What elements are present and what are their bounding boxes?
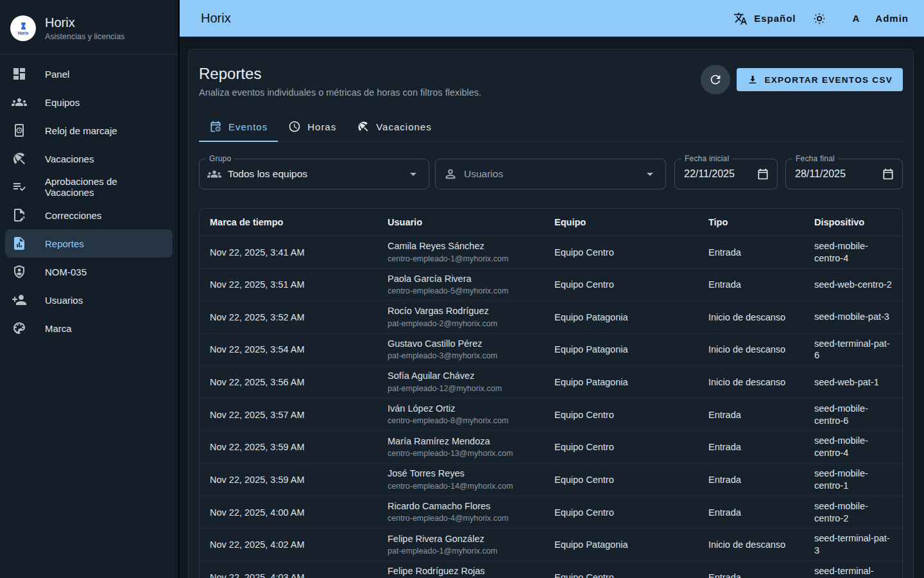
- user-email: pat-empleado-2@myhorix.com: [388, 319, 534, 329]
- events-table-container: Marca de tiempoUsuarioEquipoTipoDisposit…: [199, 208, 903, 578]
- sidebar-item-label: Marca: [45, 323, 72, 334]
- punch-clock-icon: [12, 123, 27, 138]
- user-cell: Gustavo Castillo Pérezpat-empleado-3@myh…: [377, 333, 544, 366]
- device-cell: seed-mobile-centro-1: [804, 464, 902, 496]
- beach-icon: [357, 120, 370, 133]
- tab-label: Vacaciones: [376, 121, 431, 132]
- sidebar-item-equipos[interactable]: Equipos: [0, 88, 178, 116]
- content-area: Reportes Analiza eventos individuales o …: [180, 37, 924, 578]
- export-csv-button[interactable]: EXPORTAR EVENTOS CSV: [737, 68, 903, 91]
- language-button[interactable]: Español: [733, 12, 796, 26]
- sidebar-item-usuarios[interactable]: Usuarios: [0, 286, 178, 314]
- group-select-value: Todos los equipos: [228, 168, 307, 180]
- type-cell: Entrada: [698, 561, 804, 578]
- sidebar-item-label: Equipos: [45, 97, 80, 108]
- group-select[interactable]: Grupo Todos los equipos: [199, 159, 429, 189]
- type-cell: Entrada: [698, 236, 804, 269]
- type-cell: Entrada: [698, 268, 804, 301]
- checklist-icon: [12, 179, 27, 195]
- tab-vacaciones[interactable]: Vacaciones: [346, 112, 441, 142]
- end-date-value: 28/11/2025: [795, 168, 846, 180]
- filters-bar: Grupo Todos los equipos Usuarios Fecha i…: [199, 159, 903, 189]
- end-date-label: Fecha final: [792, 154, 838, 163]
- language-label: Español: [754, 13, 796, 24]
- type-cell: Inicio de descanso: [698, 529, 804, 561]
- hourglass-icon: [19, 22, 28, 30]
- user-email: pat-empleado-12@myhorix.com: [388, 383, 534, 394]
- tab-label: Eventos: [228, 121, 268, 132]
- end-date-input[interactable]: Fecha final 28/11/2025: [785, 159, 903, 189]
- page-subtitle: Analiza eventos individuales o métricas …: [199, 87, 481, 98]
- theme-brightness-button[interactable]: [812, 12, 826, 26]
- column-header: Usuario: [377, 209, 544, 236]
- shield-person-icon: [12, 264, 27, 279]
- sidebar-item-label: Reportes: [45, 238, 84, 249]
- user-email: pat-empleado-3@myhorix.com: [388, 351, 534, 362]
- table-row[interactable]: Nov 22, 2025, 4:00 AMRicardo Camacho Flo…: [200, 496, 902, 529]
- timestamp-cell: Nov 22, 2025, 4:00 AM: [200, 496, 377, 529]
- table-row[interactable]: Nov 22, 2025, 3:59 AMMaría Ramírez Mendo…: [200, 431, 902, 464]
- type-cell: Inicio de descanso: [698, 333, 804, 366]
- user-menu[interactable]: A Admin: [852, 13, 909, 24]
- user-cell: María Ramírez Mendozacentro-empleado-13@…: [377, 431, 544, 464]
- dashboard-icon: [12, 66, 27, 82]
- sidebar-item-reportes[interactable]: Reportes: [5, 229, 173, 258]
- table-row[interactable]: Nov 22, 2025, 3:57 AMIván López Ortizcen…: [200, 398, 902, 431]
- table-row[interactable]: Nov 22, 2025, 3:54 AMGustavo Castillo Pé…: [200, 333, 902, 366]
- table-header-row: Marca de tiempoUsuarioEquipoTipoDisposit…: [200, 209, 902, 236]
- table-row[interactable]: Nov 22, 2025, 3:59 AMJosé Torres Reyesce…: [200, 464, 902, 496]
- sidebar-item-correcciones[interactable]: Correcciones: [0, 201, 178, 229]
- user-email: centro-empleado-13@myhorix.com: [388, 448, 534, 459]
- brand-name: Horix: [45, 15, 124, 30]
- user-cell: Camila Reyes Sánchezcentro-empleado-1@my…: [377, 236, 544, 269]
- palette-icon: [12, 320, 27, 336]
- team-cell: Equipo Centro: [544, 561, 698, 578]
- reports-card: Reportes Analiza eventos individuales o …: [188, 49, 914, 578]
- table-row[interactable]: Nov 22, 2025, 4:03 AMFelipe Rodríguez Ro…: [200, 561, 902, 578]
- team-cell: Equipo Centro: [544, 464, 698, 496]
- sidebar-item-nom-035[interactable]: NOM-035: [0, 258, 178, 286]
- timestamp-cell: Nov 22, 2025, 3:59 AM: [200, 431, 377, 464]
- table-row[interactable]: Nov 22, 2025, 3:51 AMPaola García Rivera…: [200, 268, 902, 301]
- sidebar-item-panel[interactable]: Panel: [0, 60, 178, 88]
- sidebar-item-label: Panel: [45, 69, 69, 80]
- users-select[interactable]: Usuarios: [435, 159, 666, 189]
- tab-eventos[interactable]: Eventos: [199, 112, 278, 142]
- groups-icon: [207, 167, 221, 181]
- start-date-input[interactable]: Fecha inicial 22/11/2025: [674, 159, 778, 189]
- user-name: Felipe Rodríguez Rojas: [388, 565, 534, 578]
- table-row[interactable]: Nov 22, 2025, 4:02 AMFelipe Rivera Gonzá…: [200, 529, 902, 561]
- sidebar-item-aprobaciones-de-vacaciones[interactable]: Aprobaciones de Vacaciones: [0, 173, 178, 201]
- brand-subtitle: Asistencias y licencias: [45, 32, 124, 41]
- device-cell: seed-terminal-pat-6: [804, 333, 902, 366]
- refresh-icon: [708, 73, 723, 87]
- team-cell: Equipo Centro: [544, 398, 698, 431]
- appbar-actions: Español A Admin: [733, 12, 909, 26]
- table-row[interactable]: Nov 22, 2025, 3:52 AMRocío Vargas Rodríg…: [200, 301, 902, 333]
- column-header: Marca de tiempo: [200, 209, 377, 236]
- sidebar-item-marca[interactable]: Marca: [0, 314, 178, 342]
- user-name: Felipe Rivera González: [388, 533, 534, 546]
- user-cell: Sofía Aguilar Chávezpat-empleado-12@myho…: [377, 366, 544, 398]
- sidebar-item-label: Reloj de marcaje: [45, 125, 117, 136]
- clock-icon: [288, 120, 301, 133]
- device-cell: seed-mobile-centro-4: [804, 236, 902, 269]
- user-name: Rocío Vargas Rodríguez: [388, 305, 534, 318]
- table-row[interactable]: Nov 22, 2025, 3:56 AMSofía Aguilar Cháve…: [200, 366, 902, 398]
- device-cell: seed-mobile-centro-4: [804, 431, 902, 464]
- timestamp-cell: Nov 22, 2025, 3:51 AM: [200, 268, 377, 301]
- appbar-title: Horix: [201, 11, 231, 26]
- sidebar-item-vacaciones[interactable]: Vacaciones: [0, 144, 178, 173]
- table-row[interactable]: Nov 22, 2025, 3:41 AMCamila Reyes Sánche…: [200, 236, 902, 269]
- refresh-button[interactable]: [701, 65, 730, 94]
- timestamp-cell: Nov 22, 2025, 3:54 AM: [200, 333, 377, 366]
- device-cell: seed-terminal-pat-3: [804, 529, 902, 561]
- user-email: centro-empleado-5@myhorix.com: [388, 286, 534, 297]
- appbar: Horix Español A Admin: [180, 0, 924, 37]
- column-header: Equipo: [544, 209, 698, 236]
- sidebar-item-label: Correcciones: [45, 210, 101, 221]
- column-header: Dispositivo: [804, 209, 902, 236]
- sidebar-item-reloj-de-marcaje[interactable]: Reloj de marcaje: [0, 116, 178, 144]
- user-name: Paola García Rivera: [388, 273, 534, 286]
- tab-horas[interactable]: Horas: [278, 112, 346, 142]
